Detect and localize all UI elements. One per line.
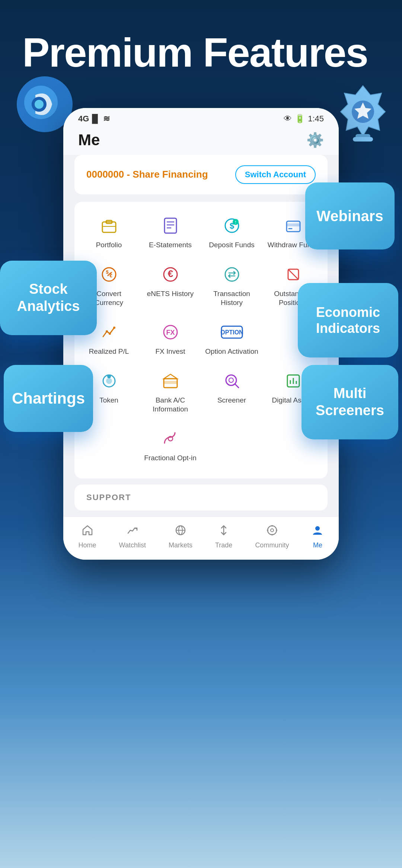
nav-trade-label: Trade bbox=[215, 541, 232, 549]
nav-markets-label: Markets bbox=[169, 541, 192, 549]
option-icon: OPTION bbox=[220, 320, 244, 344]
signal-indicator: 4G▐▌ ≋ bbox=[78, 114, 110, 124]
screener-label: Screener bbox=[217, 396, 246, 405]
deposit-label: Deposit Funds bbox=[209, 241, 255, 250]
svg-text:€: € bbox=[168, 268, 173, 279]
svg-point-39 bbox=[106, 378, 112, 384]
token-icon bbox=[97, 369, 121, 393]
nav-community[interactable]: Community bbox=[255, 524, 289, 549]
menu-row-4: Token Bank A/C Information Screener bbox=[78, 365, 324, 419]
markets-icon bbox=[175, 524, 186, 539]
bank-icon bbox=[159, 369, 182, 393]
menu-item-fx[interactable]: FX FX Invest bbox=[141, 316, 200, 361]
svg-point-60 bbox=[267, 530, 268, 531]
community-icon bbox=[266, 524, 278, 539]
screen-title: Me bbox=[78, 131, 100, 149]
deposit-icon: $↑ bbox=[220, 214, 244, 238]
nav-home-label: Home bbox=[79, 541, 96, 549]
convert-icon: $€ bbox=[97, 263, 121, 286]
svg-point-40 bbox=[107, 375, 111, 378]
menu-item-screener[interactable]: Screener bbox=[202, 365, 262, 419]
screener-icon bbox=[220, 369, 244, 393]
menu-row-1: Portfolio E-Statements $↑ Deposit Funds bbox=[78, 209, 324, 254]
svg-point-3 bbox=[35, 100, 44, 109]
phone-screen: 4G▐▌ ≋ 👁 🔋 1:45 Me ⚙️ 0000000 - Share Fi… bbox=[63, 108, 339, 560]
menu-item-enets[interactable]: € eNETS History bbox=[141, 258, 200, 312]
phone-mockup: 4G▐▌ ≋ 👁 🔋 1:45 Me ⚙️ 0000000 - Share Fi… bbox=[63, 108, 339, 560]
realized-icon bbox=[97, 320, 121, 344]
me-icon bbox=[312, 524, 323, 539]
battery-icon: 🔋 bbox=[295, 114, 305, 124]
watchlist-icon bbox=[127, 524, 138, 539]
realized-label: Realized P/L bbox=[89, 347, 129, 356]
svg-point-46 bbox=[229, 378, 233, 382]
transaction-label: Transaction History bbox=[204, 289, 259, 308]
enets-icon: € bbox=[159, 263, 182, 286]
svg-point-62 bbox=[315, 526, 320, 531]
nav-markets[interactable]: Markets bbox=[169, 524, 192, 549]
withdraw-icon bbox=[281, 214, 305, 238]
nav-watchlist[interactable]: Watchlist bbox=[119, 524, 146, 549]
svg-point-59 bbox=[271, 534, 273, 535]
portfolio-icon bbox=[97, 214, 121, 238]
portfolio-label: Portfolio bbox=[96, 241, 122, 250]
fx-label: FX Invest bbox=[155, 347, 185, 356]
svg-point-58 bbox=[271, 525, 273, 527]
support-label: SUPPORT bbox=[86, 493, 131, 502]
nav-community-label: Community bbox=[255, 541, 289, 549]
menu-item-estatement[interactable]: E-Statements bbox=[141, 209, 200, 254]
svg-rect-42 bbox=[164, 381, 177, 384]
enets-label: eNETS History bbox=[147, 289, 194, 299]
fractional-label: Fractional Opt-in bbox=[144, 454, 196, 463]
support-section: SUPPORT bbox=[74, 484, 328, 511]
fx-icon: FX bbox=[159, 320, 182, 344]
stock-analytics-bubble: Stock Analytics bbox=[0, 261, 97, 335]
nav-home[interactable]: Home bbox=[79, 524, 96, 549]
time-display: 👁 🔋 1:45 bbox=[284, 114, 324, 124]
menu-item-deposit[interactable]: $↑ Deposit Funds bbox=[202, 209, 262, 254]
nav-me[interactable]: Me bbox=[312, 524, 323, 549]
nav-trade[interactable]: Trade bbox=[215, 524, 232, 549]
svg-line-45 bbox=[235, 384, 239, 388]
eye-icon: 👁 bbox=[284, 114, 292, 124]
menu-grid: Portfolio E-Statements $↑ Deposit Funds bbox=[74, 202, 328, 478]
economic-indicators-bubble: Economic Indicators bbox=[298, 283, 398, 357]
svg-point-57 bbox=[271, 529, 274, 532]
webinars-bubble: Webinars bbox=[305, 182, 395, 249]
menu-item-bank[interactable]: Bank A/C Information bbox=[141, 365, 200, 419]
switch-account-button[interactable]: Switch Account bbox=[235, 165, 316, 184]
trade-icon bbox=[218, 524, 230, 539]
home-icon bbox=[82, 524, 93, 539]
settings-icon[interactable]: ⚙️ bbox=[306, 132, 324, 148]
token-label: Token bbox=[99, 396, 118, 405]
fractional-icon bbox=[159, 427, 182, 451]
transaction-icon bbox=[220, 263, 244, 286]
svg-text:$: $ bbox=[106, 269, 109, 275]
account-name: 0000000 - Share Financing bbox=[86, 168, 208, 181]
menu-item-fractional[interactable]: Fractional Opt-in bbox=[141, 422, 200, 467]
bottom-navigation: Home Watchlist Markets Trade bbox=[63, 516, 339, 560]
svg-marker-43 bbox=[164, 374, 177, 379]
svg-text:↑: ↑ bbox=[234, 219, 237, 225]
menu-item-option[interactable]: OPTION Option Activation bbox=[202, 316, 262, 361]
page-title: Premium Features bbox=[22, 30, 380, 75]
svg-point-28 bbox=[225, 268, 239, 281]
menu-item-transaction[interactable]: Transaction History bbox=[202, 258, 262, 312]
multi-screeners-bubble: Multi Screeners bbox=[302, 365, 398, 439]
svg-point-32 bbox=[109, 333, 111, 335]
bank-label: Bank A/C Information bbox=[143, 396, 198, 414]
svg-point-33 bbox=[113, 327, 115, 329]
option-label: Option Activation bbox=[205, 347, 258, 356]
menu-row-5: Fractional Opt-in bbox=[78, 422, 324, 467]
svg-text:OPTION: OPTION bbox=[221, 329, 243, 336]
svg-point-56 bbox=[268, 526, 277, 535]
chartings-bubble: Chartings bbox=[4, 365, 93, 432]
account-card: 0000000 - Share Financing Switch Account bbox=[74, 155, 328, 194]
menu-item-portfolio[interactable]: Portfolio bbox=[79, 209, 139, 254]
app-header: Me ⚙️ bbox=[63, 127, 339, 155]
svg-point-61 bbox=[276, 530, 277, 531]
status-bar: 4G▐▌ ≋ 👁 🔋 1:45 bbox=[63, 108, 339, 127]
menu-item-empty2 bbox=[202, 422, 262, 467]
svg-line-30 bbox=[288, 269, 299, 280]
svg-point-31 bbox=[106, 330, 108, 333]
